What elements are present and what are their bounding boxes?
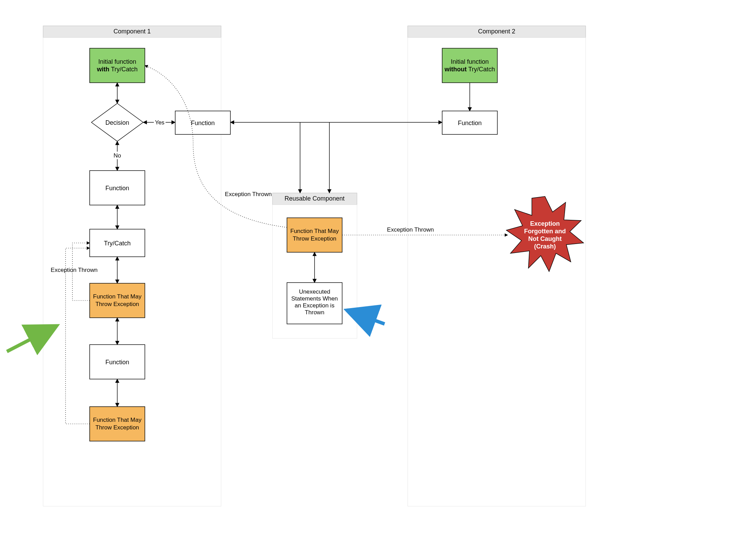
c2-function-box: Function (442, 111, 497, 134)
component-2-title: Component 2 (478, 28, 515, 35)
c1-initial-function-box: Initial function with Try/Catch (90, 48, 145, 83)
svg-text:Statements When: Statements When (291, 295, 338, 302)
svg-text:Function That May: Function That May (93, 417, 142, 423)
svg-text:Unexecuted: Unexecuted (299, 288, 330, 295)
svg-text:Decision: Decision (105, 119, 129, 126)
flowchart-diagram: Component 1 Component 2 Reusable Compone… (0, 0, 745, 560)
svg-text:Initial function: Initial function (451, 58, 489, 65)
svg-text:Throw Exception: Throw Exception (293, 235, 337, 242)
c1-function-mid-box: Function (90, 171, 145, 205)
svg-text:an Exception is: an Exception is (295, 302, 334, 309)
svg-text:Throw Exception: Throw Exception (96, 424, 139, 431)
svg-text:Initial function: Initial function (98, 58, 136, 65)
c1-throw2-box: Function That May Throw Exception (90, 407, 145, 441)
svg-text:Function: Function (105, 185, 129, 192)
c1-function-bot-box: Function (90, 345, 145, 379)
svg-text:(Crash): (Crash) (534, 243, 556, 250)
no-label: No (113, 152, 121, 159)
c2-initial-function-box: Initial function without Try/Catch (442, 48, 497, 83)
svg-text:Exception: Exception (530, 220, 560, 227)
yes-label: Yes (155, 119, 165, 126)
svg-text:without Try/Catch: without Try/Catch (444, 66, 495, 73)
svg-rect-3 (408, 38, 586, 506)
component-2-container: Component 2 (408, 26, 586, 506)
reusable-component-title: Reusable Component (285, 195, 345, 202)
c1-trycatch-box: Try/Catch (90, 229, 145, 257)
svg-text:Not Caught: Not Caught (528, 235, 562, 242)
c1-throw1-box: Function That May Throw Exception (90, 283, 145, 318)
svg-text:Thrown: Thrown (305, 309, 325, 316)
svg-rect-17 (90, 283, 145, 318)
svg-text:Forgotten and: Forgotten and (524, 228, 566, 235)
component-1-title: Component 1 (113, 28, 151, 35)
svg-text:Try/Catch: Try/Catch (104, 240, 130, 247)
exception-thrown-mid-label: Exception Thrown (225, 191, 272, 197)
svg-text:Function That May: Function That May (93, 293, 142, 300)
svg-text:Function That May: Function That May (290, 228, 339, 234)
reusable-throw-box: Function That May Throw Exception (287, 218, 342, 252)
svg-rect-22 (90, 407, 145, 441)
c1-function-top-box: Function (175, 111, 230, 134)
exception-thrown-left-label: Exception Thrown (51, 267, 98, 273)
reusable-unexecuted-box: Unexecuted Statements When an Exception … (287, 283, 342, 324)
svg-text:with Try/Catch: with Try/Catch (97, 66, 138, 73)
svg-rect-30 (287, 218, 342, 252)
svg-text:Function: Function (105, 359, 129, 366)
svg-text:Throw Exception: Throw Exception (96, 301, 139, 307)
svg-text:Function: Function (458, 120, 481, 126)
exception-thrown-right-label: Exception Thrown (387, 226, 434, 233)
svg-text:Function: Function (191, 120, 215, 126)
